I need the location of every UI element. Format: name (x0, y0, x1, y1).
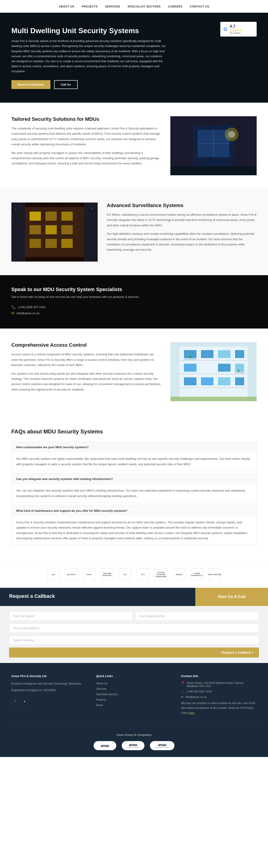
accreditation-badge: FIA (119, 568, 131, 581)
svg-rect-39 (184, 377, 197, 385)
svg-rect-33 (218, 350, 231, 358)
svg-point-44 (189, 356, 191, 358)
svg-rect-36 (201, 364, 213, 372)
enquiry-type-input[interactable] (9, 636, 259, 645)
faq-question[interactable]: Can you integrate new security systems w… (11, 474, 257, 484)
callback-strip: Request a Callback Give Us A Call (0, 588, 268, 606)
svg-rect-43 (184, 358, 197, 360)
accreditation-badge: ACT (137, 568, 149, 581)
instagram-icon[interactable]: ● (21, 698, 28, 705)
main-nav: ABOUT USPROJECTSSERVICESSPECIALIST SECTO… (0, 0, 268, 13)
hero-description: Amax Fire & Security stands at the foref… (11, 39, 166, 74)
footer-link[interactable]: News (96, 704, 103, 707)
svg-rect-13 (30, 225, 41, 234)
footer: Amax Fire & Security Ltd Business Intell… (0, 663, 268, 757)
footer-link[interactable]: Services (96, 687, 107, 690)
svg-rect-17 (46, 239, 57, 248)
footer-bottom: Amax Group of Companies amaxamaxSUPPLIES… (11, 726, 257, 750)
nav-item-projects[interactable]: PROJECTS (82, 4, 98, 8)
cta-title: Speak to our MDU Security System Special… (11, 286, 257, 292)
faq-item: How customisable are your MDU security s… (11, 442, 257, 471)
cta-email: info@amax.co.uk (17, 311, 39, 315)
svg-rect-7 (170, 166, 257, 175)
footer-company-col: Amax Fire & Security Ltd Business Intell… (11, 674, 87, 717)
svg-rect-9 (25, 207, 84, 257)
footer-link-item: Specialist Sectors (96, 692, 172, 696)
footer-company-name: Amax Fire & Security Ltd (11, 674, 87, 678)
google-rating: 4.7 (230, 24, 242, 29)
full-name-input[interactable] (9, 612, 132, 621)
email-input[interactable] (9, 623, 259, 633)
footer-link[interactable]: Projects (96, 698, 106, 701)
svg-rect-11 (46, 212, 57, 221)
svg-rect-16 (30, 239, 41, 248)
footer-link[interactable]: About Us (96, 682, 107, 685)
amax-logo-badge: amaxSUPPLIES (122, 741, 144, 750)
footer-email-icon: ✉ (181, 695, 183, 699)
svg-rect-0 (170, 116, 257, 175)
call-us-button[interactable]: Call Us (54, 80, 78, 89)
cookie-note: We may use analytics or other cookies on… (181, 701, 257, 716)
svg-rect-42 (235, 377, 244, 385)
book-consultation-button[interactable]: Book Consultation (11, 80, 51, 89)
accreditation-badge: ACTION COUNTER TERRORISM (155, 568, 167, 581)
nav-link-about-us[interactable]: ABOUT US (59, 5, 74, 8)
accreditation-badge: NSI (47, 568, 60, 581)
svg-rect-32 (201, 350, 213, 358)
privacy-link[interactable]: here. (189, 711, 195, 715)
surveillance-section: Advanced Surveillance Systems For MDUs, … (0, 189, 268, 275)
accreditation-badge: CYBER ESSENTIALS (190, 568, 203, 581)
give-us-a-call-button[interactable]: Give Us A Call (195, 588, 268, 606)
access-para2: Our systems not only secure entry points… (11, 371, 161, 392)
email-icon: ✉ (11, 311, 14, 315)
svg-rect-8 (11, 203, 98, 261)
svg-rect-20 (84, 203, 98, 261)
callback-title: Request a Callback (9, 593, 186, 599)
accreditation-badge: GREEN (173, 568, 185, 581)
phone-icon: 📞 (11, 305, 16, 309)
svg-rect-10 (30, 212, 41, 221)
nav-link-careers[interactable]: CAREERS (168, 5, 183, 8)
facebook-icon[interactable]: f (11, 698, 19, 705)
svg-point-46 (238, 370, 239, 372)
nav-item-contact-us[interactable]: CONTACT US (190, 4, 209, 8)
access-image (170, 342, 257, 401)
nav-item-specialist-sectors[interactable]: SPECIALIST SECTORS (127, 4, 160, 8)
nav-item-careers[interactable]: CAREERS (168, 4, 183, 8)
nav-item-services[interactable]: SERVICES (105, 4, 120, 8)
google-logo: G (224, 26, 227, 32)
nav-link-projects[interactable]: PROJECTS (82, 5, 98, 8)
cta-description: Get in touch with us today to find out h… (11, 294, 257, 300)
callback-form: Request a Callback > (0, 606, 268, 663)
nav-item-about-us[interactable]: ABOUT US (59, 4, 74, 8)
footer-contact-col: Contact Info 📍 Amax House, Unit B1B Nept… (181, 674, 257, 717)
nav-link-contact-us[interactable]: CONTACT US (190, 5, 209, 8)
accreditation-badge: THE FIRE INDUSTRY (101, 568, 113, 581)
svg-rect-1 (193, 125, 234, 166)
svg-point-23 (13, 216, 14, 216)
svg-rect-40 (201, 377, 213, 385)
footer-address: Amax House, Unit B1B Neptune Road, Harro… (187, 681, 257, 688)
faq-answer: Yes, we can integrate new security syste… (11, 484, 257, 502)
amax-logo-badge: amax (94, 741, 116, 750)
faq-question[interactable]: How customisable are your MDU security s… (11, 442, 257, 453)
footer-email: info@amax.co.uk (185, 695, 207, 699)
access-para1: Access control is a critical component o… (11, 352, 161, 368)
footer-link[interactable]: Specialist Sectors (96, 693, 118, 696)
accreditation-badge: BAFE (83, 568, 95, 581)
nav-link-services[interactable]: SERVICES (105, 5, 120, 8)
access-control-section: Comprehensive Access Control Access cont… (0, 329, 268, 415)
phone-input[interactable] (136, 612, 259, 621)
submit-callback-button[interactable]: Request a Callback > (9, 648, 259, 657)
faq-answer: Amax Fire & Security provides comprehens… (11, 516, 257, 545)
svg-point-22 (20, 206, 21, 206)
svg-rect-18 (61, 239, 73, 248)
footer-phone: (+44) 020 8427 2242 (187, 690, 212, 693)
accreditation-badge: NSI GOLD (65, 568, 78, 581)
give-us-call-label: Give Us A Call (218, 594, 245, 599)
tailored-section: Tailored Security Solutions for MDUs The… (0, 103, 268, 189)
nav-link-specialist-sectors[interactable]: SPECIALIST SECTORS (127, 5, 160, 8)
faq-question[interactable]: What kind of maintenance and support do … (11, 505, 257, 516)
faq-item: What kind of maintenance and support do … (11, 505, 257, 545)
svg-rect-37 (218, 364, 231, 372)
